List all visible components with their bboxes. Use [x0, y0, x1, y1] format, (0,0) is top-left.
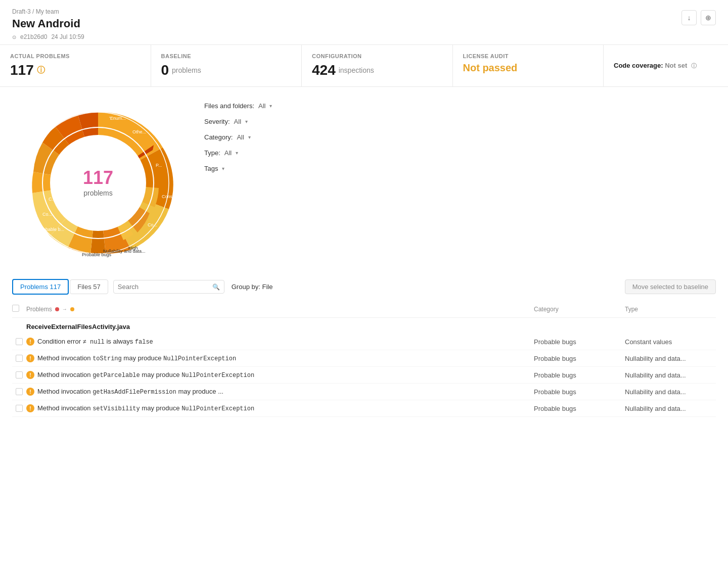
label-othe: Othe...: [132, 129, 146, 134]
type-cell: Nullability and data...: [625, 388, 716, 396]
warning-icon: !: [26, 404, 34, 412]
breadcrumb: Draft-3 / My team: [12, 8, 716, 15]
info-icon: ⓘ: [691, 63, 697, 69]
top-actions: ↓ ⊕: [681, 10, 716, 25]
code-coverage-value: Not set: [665, 62, 687, 69]
file-group: ReceiveExternalFilesActivity.java ! Cond…: [12, 318, 716, 417]
category-value: All: [237, 133, 244, 141]
label-prob-bugs: Probable bugs: [82, 252, 112, 257]
move-to-baseline-button[interactable]: Move selected to baseline: [625, 279, 716, 294]
stats-row: ACTUAL PROBLEMS 117 ⓘ BASELINE 0 problem…: [0, 45, 728, 87]
type-label: Type:: [204, 149, 220, 157]
table-row: ! Method invocation toString may produce…: [12, 350, 716, 367]
table-row: ! Method invocation getParcelable may pr…: [12, 367, 716, 384]
chevron-down-icon: ▾: [222, 166, 224, 171]
chevron-down-icon: ▾: [248, 134, 251, 140]
tags-label: Tags: [204, 165, 218, 172]
files-tab[interactable]: Files 57: [70, 279, 108, 294]
chevron-down-icon: ▾: [245, 119, 248, 124]
arrow-icon: →: [62, 306, 67, 312]
configuration-card: CONFIGURATION 424 inspections: [302, 45, 453, 86]
severity-label: Severity:: [204, 118, 230, 125]
configuration-value: 424 inspections: [312, 62, 442, 78]
table-header: Problems → Category Type: [12, 301, 716, 318]
row-checkbox[interactable]: [12, 355, 26, 362]
donut-label: problems: [83, 189, 113, 197]
donut-chart: 'Enum... Othe... P... Const... Co... Nul…: [12, 97, 184, 269]
top-bar: Draft-3 / My team New Android ⊙ e21b26d0…: [0, 0, 728, 45]
baseline-card: BASELINE 0 problems: [151, 45, 302, 86]
page-title: New Android: [12, 17, 716, 30]
baseline-label: BASELINE: [161, 53, 292, 59]
download-button[interactable]: ↓: [681, 10, 697, 25]
files-folders-label: Files and folders:: [204, 102, 254, 110]
category-filter[interactable]: Category: All ▾: [204, 133, 716, 141]
chevron-down-icon: ▾: [269, 103, 272, 109]
table-row: ! Method invocation setVisibility may pr…: [12, 400, 716, 417]
problem-text: ! Method invocation getParcelable may pr…: [26, 371, 534, 379]
files-folders-value: All: [258, 102, 265, 110]
problem-text: ! Condition error ≠ null is always false: [26, 338, 534, 346]
actual-problems-value: 117 ⓘ: [10, 62, 141, 78]
search-box[interactable]: 🔍: [113, 280, 224, 294]
commit-dot-icon: ⊙: [12, 34, 16, 40]
configuration-label: CONFIGURATION: [312, 53, 442, 59]
problem-text: ! Method invocation setVisibility may pr…: [26, 404, 534, 412]
actual-problems-card: ACTUAL PROBLEMS 117 ⓘ: [0, 45, 151, 86]
label-c: C...: [49, 197, 56, 202]
problems-header: Problems →: [26, 306, 534, 313]
category-cell: Probable bugs: [534, 355, 625, 362]
row-checkbox[interactable]: [12, 371, 26, 378]
select-all-checkbox[interactable]: [12, 305, 26, 313]
table-row: ! Method invocation getHasAddFilePermiss…: [12, 384, 716, 400]
label-p: P...: [156, 163, 162, 168]
problem-text: ! Method invocation getHasAddFilePermiss…: [26, 388, 534, 396]
files-folders-filter[interactable]: Files and folders: All ▾: [204, 102, 716, 110]
search-input[interactable]: [118, 283, 209, 291]
category-cell: Probable bugs: [534, 338, 625, 346]
type-cell: Nullability and data...: [625, 355, 716, 362]
baseline-value: 0 problems: [161, 62, 292, 78]
table-section: Problems 117 Files 57 🔍 Group by: File M…: [0, 279, 728, 433]
problems-tab[interactable]: Problems 117: [12, 279, 69, 295]
severity-filter[interactable]: Severity: All ▾: [204, 118, 716, 125]
row-checkbox[interactable]: [12, 388, 26, 395]
row-checkbox[interactable]: [12, 405, 26, 412]
row-checkbox[interactable]: [12, 338, 26, 345]
group-by-dropdown[interactable]: Group by: File: [232, 283, 273, 291]
actual-problems-label: ACTUAL PROBLEMS: [10, 53, 141, 59]
type-value: All: [224, 149, 232, 157]
type-cell: Constant values: [625, 338, 716, 346]
tab-bar: Problems 117 Files 57 🔍 Group by: File M…: [12, 279, 716, 295]
dot-yellow-icon: [70, 307, 74, 311]
main-content: 'Enum... Othe... P... Const... Co... Nul…: [0, 87, 728, 279]
license-audit-value: Not passed: [463, 62, 594, 74]
category-header: Category: [534, 306, 625, 313]
label-probable-b: Probable b...: [38, 227, 64, 232]
license-audit-label: LICENSE AUDIT: [463, 53, 594, 59]
filters-area: Files and folders: All ▾ Severity: All ▾…: [204, 97, 716, 172]
type-cell: Nullability and data...: [625, 405, 716, 412]
license-audit-card: LICENSE AUDIT Not passed: [453, 45, 604, 86]
file-name: ReceiveExternalFilesActivity.java: [12, 318, 716, 334]
commit-info: ⊙ e21b26d0 24 Jul 10:59: [12, 33, 716, 40]
type-filter[interactable]: Type: All ▾: [204, 149, 716, 157]
tags-filter[interactable]: Tags ▾: [204, 165, 716, 172]
warning-icon: !: [26, 371, 34, 379]
warning-icon: !: [26, 354, 34, 362]
code-coverage-label: Code coverage: Not set ⓘ: [614, 62, 718, 70]
type-header: Type: [625, 306, 716, 313]
table-row: ! Condition error ≠ null is always false…: [12, 334, 716, 350]
chevron-down-icon: ▾: [236, 150, 238, 156]
label-con: Con...: [58, 179, 70, 184]
label-enum: 'Enum...: [109, 116, 126, 121]
search-icon: 🔍: [212, 283, 220, 291]
category-cell: Probable bugs: [534, 388, 625, 396]
warning-icon: ⓘ: [37, 65, 45, 76]
donut-number: 117: [83, 169, 113, 187]
label-co-right: Co...: [148, 222, 157, 227]
globe-button[interactable]: ⊕: [701, 10, 716, 25]
problem-text: ! Method invocation toString may produce…: [26, 354, 534, 362]
category-cell: Probable bugs: [534, 371, 625, 379]
commit-hash: e21b26d0: [20, 33, 47, 40]
